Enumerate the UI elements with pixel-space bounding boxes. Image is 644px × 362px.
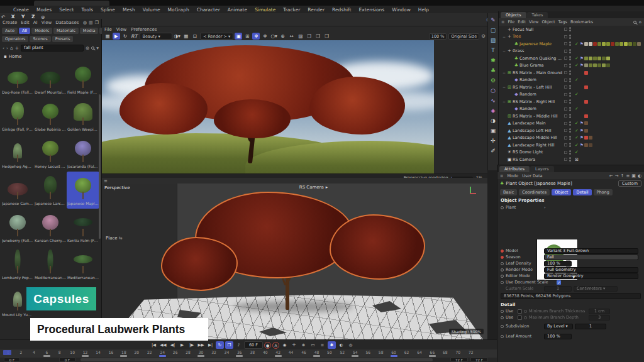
keyframe-dot[interactable]: [524, 310, 527, 313]
frame-rate-field[interactable]: 60 F: [244, 341, 263, 349]
enable-state-icon[interactable]: ✓: [574, 63, 580, 68]
restart-render-icon[interactable]: ↻: [121, 33, 129, 40]
loop-playback-icon[interactable]: ↻: [216, 341, 224, 349]
plant-asset-cell[interactable]: Hedgehog Agave (Fall...: [1, 134, 34, 172]
layer-toggle[interactable]: [564, 158, 567, 161]
autokey-icon[interactable]: A: [272, 342, 279, 349]
forward-icon[interactable]: →: [615, 173, 619, 178]
attribute-section-tab[interactable]: Coordinates: [519, 189, 550, 195]
previous-frame-icon[interactable]: ◀|: [169, 341, 177, 349]
model-select[interactable]: Variant 3 Full-Grown: [544, 248, 638, 254]
lock-view-icon[interactable]: ▣: [235, 33, 242, 40]
phong-tag-icon[interactable]: ⚑: [580, 56, 584, 61]
object-tree-row[interactable]: − ⊞ RS Matrix - Right Hill: [499, 98, 644, 106]
object-tree-row[interactable]: ⊞ RS Matrix - Middle Hill: [499, 112, 644, 120]
material-tags[interactable]: [584, 121, 588, 125]
visibility-dots[interactable]: [569, 143, 572, 147]
menu-item[interactable]: Tracker: [280, 7, 303, 13]
visibility-dots[interactable]: [569, 99, 572, 104]
layer-toggle[interactable]: [564, 79, 567, 82]
viewport-view-label[interactable]: Perspective: [104, 185, 130, 190]
enable-state-icon[interactable]: ✓: [574, 92, 580, 97]
keyframe-dot-red[interactable]: [501, 250, 504, 253]
plant-asset-cell[interactable]: Honey Locust 'Sunbur...: [34, 134, 67, 172]
object-name[interactable]: Landscape Left Hill: [513, 128, 564, 133]
ab-menu-create[interactable]: Create: [3, 20, 17, 25]
snapshot-a-icon[interactable]: ❄: [252, 33, 260, 40]
plant-asset-cell[interactable]: Field Maple (Fall, Plant): [67, 60, 99, 97]
subdivision-level-field[interactable]: 1: [575, 324, 606, 329]
field-icon[interactable]: ♣: [489, 65, 498, 75]
object-tree-row[interactable]: ▲ Landscape Left Hill ✓ ⚑: [499, 127, 644, 134]
database-icon[interactable]: ◍: [83, 20, 87, 25]
object-name[interactable]: Random: [519, 77, 564, 82]
ghost-frames-icon[interactable]: ❐: [225, 341, 233, 349]
region-crop-icon[interactable]: ⊡: [191, 33, 199, 40]
ab-menu-ai[interactable]: AI: [33, 20, 38, 25]
keyframe-dot[interactable]: [501, 335, 504, 338]
sound-icon[interactable]: ♪: [235, 341, 243, 349]
object-name[interactable]: Grass: [513, 48, 564, 53]
menu-item[interactable]: MoGraph: [165, 7, 192, 13]
custom-scale-field[interactable]: 1: [544, 286, 572, 292]
plant-asset-cell[interactable]: Kanzan Cherry (Fall, Pl...: [34, 209, 67, 246]
rendered-image[interactable]: [102, 40, 434, 173]
object-tree-row[interactable]: ◆ Random ✓: [499, 106, 644, 113]
pixel-grid-icon[interactable]: ▦: [182, 33, 190, 40]
phong-tag-icon[interactable]: ⚑: [580, 121, 584, 126]
asset-filter-tab[interactable]: Materials: [53, 28, 79, 34]
visibility-dots[interactable]: [569, 49, 572, 53]
keyframe-dot[interactable]: [501, 316, 504, 319]
rv-menu-view[interactable]: View: [116, 27, 127, 32]
cube-primitive-icon[interactable]: ▧: [489, 35, 498, 45]
keyframe-dot[interactable]: [501, 310, 504, 313]
min-branch-thickness-field[interactable]: 1 cm: [589, 309, 610, 314]
next-key-icon[interactable]: ▶▶: [197, 341, 205, 349]
deformer-icon[interactable]: ◈: [489, 106, 498, 115]
object-tree-row[interactable]: ◆ Random ✓: [499, 77, 644, 84]
attribute-section-tab[interactable]: Object: [552, 189, 571, 195]
asset-filter-tab[interactable]: Auto: [2, 28, 18, 34]
object-tree-row[interactable]: − ⊞ RS Matrix - Main Ground: [499, 69, 644, 77]
layer-toggle[interactable]: [564, 71, 567, 74]
object-manager-tab[interactable]: Takes: [527, 12, 548, 18]
object-name[interactable]: Common Quaking Grass: [519, 56, 564, 61]
enable-state-icon[interactable]: ✓: [574, 56, 580, 61]
add-keyword-icon[interactable]: +: [15, 45, 19, 51]
menu-item[interactable]: Create: [10, 7, 32, 13]
record-position-icon[interactable]: ✛: [290, 341, 298, 349]
effector-icon[interactable]: ⚙: [489, 75, 498, 85]
menu-item[interactable]: Spline: [97, 7, 118, 13]
object-tree-row[interactable]: ♣ Japanese Maple ✓ ⚑: [499, 40, 644, 48]
plant-asset-cell[interactable]: Globe Robinia (Fall, Pl...: [34, 97, 67, 134]
asset-category-tab[interactable]: Scenes: [30, 36, 50, 42]
object-name[interactable]: Random: [519, 106, 564, 111]
object-tree-row[interactable]: ▲ Landscape Right Hill ✓ ⚑: [499, 141, 644, 149]
attribute-section-tab[interactable]: Basic: [500, 189, 517, 195]
perspective-viewport[interactable]: ≡ Perspective RS Camera▸ Place ⇆ Shading…: [102, 178, 487, 339]
object-tree-row[interactable]: − ⊞ RS Matrix - Left Hill: [499, 84, 644, 91]
om-menu-bookmarks[interactable]: Bookmarks: [570, 19, 593, 25]
plant-asset-cell[interactable]: Ginkgo (Fall, Plant): [1, 97, 34, 134]
object-tree-row[interactable]: ☀ RS Dome Light ✓: [499, 149, 644, 156]
menu-item[interactable]: Render: [304, 7, 328, 13]
visibility-dots[interactable]: [569, 41, 572, 46]
solo-off-icon[interactable]: ◎: [347, 341, 355, 349]
max-frame-field[interactable]: 72 F: [470, 358, 488, 362]
camera-select[interactable]: < Render > ▾: [200, 33, 234, 40]
timeline-range-slider[interactable]: [80, 358, 433, 361]
zoom-mode-select[interactable]: Original Size: [448, 33, 479, 40]
material-tags[interactable]: [584, 136, 592, 140]
object-tree-row[interactable]: − + Tree: [499, 33, 644, 41]
object-name[interactable]: Tree: [513, 34, 564, 39]
am-menu-user-data[interactable]: User Data: [522, 173, 542, 178]
custom-button[interactable]: Custom: [618, 180, 641, 187]
spline-pen-icon[interactable]: ✎: [489, 15, 498, 25]
enable-state-icon[interactable]: ✓: [574, 150, 580, 155]
layer-toggle[interactable]: [564, 93, 567, 96]
phong-tag-icon[interactable]: ⚑: [580, 41, 584, 47]
keyframe-dot[interactable]: [501, 206, 504, 209]
ab-menu-databases[interactable]: Databases: [55, 20, 79, 25]
layer-toggle[interactable]: [564, 85, 567, 89]
asset-filter-tab[interactable]: Models: [31, 28, 52, 34]
